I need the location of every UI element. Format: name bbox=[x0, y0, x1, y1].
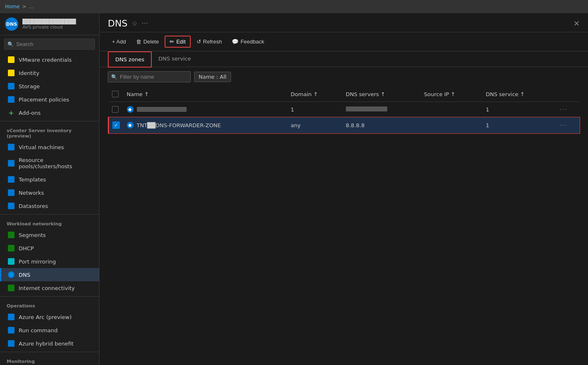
col-dns-service: DNS service ↑ bbox=[482, 87, 556, 102]
sidebar-item-dhcp[interactable]: DHCP bbox=[0, 242, 99, 255]
row1-source-ip bbox=[421, 102, 483, 117]
sidebar-item-datastores[interactable]: Datastores bbox=[0, 199, 99, 213]
row2-actions[interactable]: ··· bbox=[556, 117, 580, 133]
top-bar: Home > ... bbox=[0, 0, 588, 13]
sidebar-cloud-name: AVS private cloud bbox=[22, 24, 94, 30]
vm-icon bbox=[8, 144, 15, 150]
row2-checkbox[interactable]: ✓ bbox=[112, 121, 120, 129]
table-row[interactable]: ● 1 1 ··· bbox=[109, 102, 580, 117]
section-workload: Workload networking bbox=[0, 216, 99, 228]
row2-dns-icon: ● bbox=[127, 122, 134, 128]
section-vcenter: vCenter Server inventory (preview) bbox=[0, 123, 99, 140]
divider-workload bbox=[0, 214, 99, 215]
sidebar-item-label: Azure Arc (preview) bbox=[19, 314, 72, 320]
select-all-header[interactable] bbox=[109, 87, 124, 102]
edit-icon: ✏ bbox=[170, 39, 174, 45]
breadcrumb: Home > ... bbox=[5, 4, 34, 10]
row1-checkbox[interactable] bbox=[112, 106, 119, 113]
sidebar-item-label: Run command bbox=[19, 327, 58, 334]
row2-domain: any bbox=[287, 117, 343, 133]
search-input[interactable] bbox=[4, 39, 95, 50]
sidebar-item-add-ons[interactable]: + Add-ons bbox=[0, 106, 99, 119]
breadcrumb-home[interactable]: Home bbox=[5, 4, 19, 10]
sidebar-item-label: Azure hybrid benefit bbox=[19, 341, 73, 347]
sidebar-item-segments[interactable]: Segments bbox=[0, 228, 99, 242]
col-dns-servers: DNS servers ↑ bbox=[343, 87, 421, 102]
search-icon: 🔍 bbox=[7, 41, 14, 47]
close-button[interactable]: ✕ bbox=[573, 19, 580, 28]
row2-checkbox-cell[interactable]: ✓ bbox=[109, 117, 124, 133]
templates-icon bbox=[8, 176, 15, 183]
row1-checkbox-cell[interactable] bbox=[109, 102, 124, 117]
row1-actions-icon[interactable]: ··· bbox=[560, 106, 567, 113]
row1-dns-icon: ● bbox=[127, 106, 134, 113]
row1-name-text bbox=[137, 107, 187, 112]
col-source-ip: Source IP ↑ bbox=[421, 87, 483, 102]
sidebar-item-networks[interactable]: Networks bbox=[0, 186, 99, 199]
table-row[interactable]: ✓ ● TNT██DNS-FORWARDER-ZONE any 8.8.8.8 … bbox=[109, 117, 580, 133]
row1-dns-service: 1 bbox=[482, 102, 556, 117]
sidebar: DNS ██████████████ AVS private cloud 🔍 V… bbox=[0, 13, 100, 365]
sidebar-item-dns[interactable]: 🌐 DNS bbox=[0, 268, 99, 281]
sidebar-item-port-mirroring[interactable]: Port mirroring bbox=[0, 255, 99, 268]
hybrid-benefit-icon bbox=[8, 340, 15, 347]
row2-source-ip bbox=[421, 117, 483, 133]
sidebar-item-run-command[interactable]: Run command bbox=[0, 324, 99, 337]
search-box[interactable]: 🔍 bbox=[4, 39, 95, 50]
feedback-button[interactable]: 💬 Feedback bbox=[228, 36, 268, 47]
sidebar-item-virtual-machines[interactable]: Virtual machines bbox=[0, 140, 99, 154]
sidebar-item-azure-hybrid-benefit[interactable]: Azure hybrid benefit bbox=[0, 337, 99, 350]
resource-pools-icon bbox=[8, 160, 15, 167]
select-all-checkbox[interactable] bbox=[112, 91, 119, 97]
refresh-icon: ↺ bbox=[197, 39, 201, 45]
row1-name: ● bbox=[124, 102, 288, 117]
filter-tag[interactable]: Name : All bbox=[194, 72, 231, 82]
row2-dns-service: 1 bbox=[482, 117, 556, 133]
row1-name-cell: ● bbox=[127, 106, 284, 113]
title-row: DNS ☆ ··· ✕ bbox=[108, 18, 580, 29]
sidebar-item-vmware-credentials[interactable]: VMware credentials bbox=[0, 53, 99, 66]
row2-actions-icon[interactable]: ··· bbox=[560, 122, 567, 128]
tabs: DNS zones DNS service bbox=[100, 51, 588, 67]
row2-dns-servers: 8.8.8.8 bbox=[343, 117, 421, 133]
storage-icon bbox=[8, 83, 15, 89]
divider-vcenter bbox=[0, 121, 99, 121]
sidebar-item-label: Resource pools/clusters/hosts bbox=[19, 157, 92, 169]
sidebar-item-identity[interactable]: Identity bbox=[0, 66, 99, 80]
filter-input[interactable] bbox=[108, 71, 191, 82]
sidebar-item-placement-policies[interactable]: Placement policies bbox=[0, 93, 99, 106]
breadcrumb-sub: ... bbox=[29, 4, 34, 10]
toolbar: + Add 🗑 Delete ✏ Edit ↺ Refresh 💬 Feedba… bbox=[100, 32, 588, 51]
identity-icon bbox=[8, 70, 15, 76]
favorite-icon[interactable]: ☆ bbox=[131, 19, 137, 27]
add-button[interactable]: + Add bbox=[108, 36, 130, 47]
sidebar-item-storage[interactable]: Storage bbox=[0, 80, 99, 93]
more-options-icon[interactable]: ··· bbox=[142, 19, 148, 27]
tab-dns-service[interactable]: DNS service bbox=[152, 51, 198, 67]
sidebar-item-label: Templates bbox=[19, 176, 46, 183]
divider-monitoring bbox=[0, 352, 99, 352]
sidebar-item-resource-pools[interactable]: Resource pools/clusters/hosts bbox=[0, 154, 99, 173]
sidebar-item-label: Virtual machines bbox=[19, 144, 64, 150]
divider-operations bbox=[0, 296, 99, 297]
tab-dns-zones[interactable]: DNS zones bbox=[108, 51, 152, 68]
sidebar-item-azure-arc[interactable]: Azure Arc (preview) bbox=[0, 310, 99, 324]
feedback-icon: 💬 bbox=[232, 39, 238, 45]
sidebar-item-label: Storage bbox=[19, 83, 40, 89]
refresh-button[interactable]: ↺ Refresh bbox=[192, 36, 226, 47]
col-domain: Domain ↑ bbox=[287, 87, 343, 102]
content-area: DNS ☆ ··· ✕ + Add 🗑 Delete ✏ Edit ↺ Refr… bbox=[100, 13, 588, 365]
sidebar-item-label: Port mirroring bbox=[19, 259, 56, 265]
breadcrumb-sep: > bbox=[22, 4, 26, 10]
edit-button[interactable]: ✏ Edit bbox=[165, 36, 190, 48]
sidebar-item-label: VMware credentials bbox=[19, 57, 72, 63]
sidebar-item-label: DNS bbox=[19, 272, 30, 278]
datastores-icon bbox=[8, 203, 15, 209]
sidebar-cloud-info: ██████████████ AVS private cloud bbox=[22, 19, 94, 30]
row1-actions[interactable]: ··· bbox=[556, 102, 580, 117]
delete-button[interactable]: 🗑 Delete bbox=[132, 36, 163, 47]
sidebar-item-templates[interactable]: Templates bbox=[0, 173, 99, 186]
dns-zones-table: Name ↑ Domain ↑ DNS servers ↑ Source IP … bbox=[108, 87, 580, 133]
sidebar-item-internet-connectivity[interactable]: Internet connectivity bbox=[0, 281, 99, 295]
sidebar-item-label: Internet connectivity bbox=[19, 285, 75, 291]
